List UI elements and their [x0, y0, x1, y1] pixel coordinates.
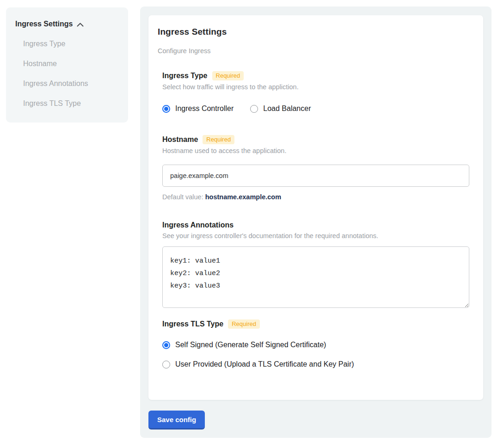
sidebar-item-hostname[interactable]: Hostname: [15, 60, 119, 68]
radio-button-ingress-controller[interactable]: [162, 105, 170, 113]
section-ingress-annotations: Ingress Annotations See your ingress con…: [162, 221, 469, 310]
hostname-input[interactable]: [162, 165, 469, 187]
save-config-button[interactable]: Save config: [148, 411, 205, 430]
radio-option-user-provided[interactable]: User Provided (Upload a TLS Certificate …: [162, 360, 469, 368]
required-badge: Required: [228, 319, 260, 329]
page-subtitle: Configure Ingress: [158, 47, 474, 55]
sidebar-item-ingress-tls-type[interactable]: Ingress TLS Type: [15, 99, 119, 108]
section-ingress-type: Ingress Type Required Select how traffic…: [162, 71, 469, 113]
radio-label-load-balancer[interactable]: Load Balancer: [263, 104, 311, 113]
required-badge: Required: [212, 71, 244, 80]
ingress-type-description: Select how traffic will ingress to the a…: [162, 83, 469, 91]
page-title: Ingress Settings: [158, 27, 474, 37]
required-badge: Required: [203, 135, 234, 144]
hostname-description: Hostname used to access the application.: [162, 147, 469, 154]
sidebar-item-ingress-type[interactable]: Ingress Type: [15, 40, 119, 48]
radio-button-load-balancer[interactable]: [250, 105, 258, 113]
sidebar-section-header-ingress-settings[interactable]: Ingress Settings: [15, 20, 119, 28]
ingress-tls-radio-group: Self Signed (Generate Self Signed Certif…: [162, 341, 469, 368]
sidebar: Ingress Settings Ingress Type Hostname I…: [6, 7, 128, 123]
hostname-label: Hostname: [162, 135, 198, 144]
radio-label-ingress-controller[interactable]: Ingress Controller: [175, 104, 234, 113]
section-hostname: Hostname Required Hostname used to acces…: [162, 135, 469, 201]
sidebar-item-ingress-annotations[interactable]: Ingress Annotations: [15, 80, 119, 88]
radio-option-self-signed[interactable]: Self Signed (Generate Self Signed Certif…: [162, 341, 469, 349]
radio-label-user-provided[interactable]: User Provided (Upload a TLS Certificate …: [175, 360, 354, 368]
ingress-annotations-label: Ingress Annotations: [162, 221, 234, 229]
section-ingress-tls-type: Ingress TLS Type Required Self Signed (G…: [162, 319, 469, 368]
chevron-up-icon: [77, 23, 84, 27]
radio-option-ingress-controller[interactable]: Ingress Controller: [162, 104, 234, 113]
radio-button-user-provided[interactable]: [162, 361, 170, 368]
ingress-settings-card: Ingress Settings Configure Ingress Ingre…: [148, 15, 483, 400]
sidebar-header-label: Ingress Settings: [15, 20, 73, 28]
settings-panel: Ingress Settings Configure Ingress Ingre…: [140, 6, 492, 438]
ingress-type-label: Ingress Type: [162, 72, 208, 80]
hostname-default-label: Default value:: [162, 193, 203, 201]
hostname-default-value: hostname.example.com: [205, 193, 281, 201]
ingress-tls-type-label: Ingress TLS Type: [162, 320, 223, 328]
ingress-annotations-description: See your ingress controller's documentat…: [162, 232, 469, 239]
radio-option-load-balancer[interactable]: Load Balancer: [250, 104, 311, 113]
ingress-type-radio-group: Ingress Controller Load Balancer: [162, 104, 469, 113]
sidebar-items: Ingress Type Hostname Ingress Annotation…: [15, 40, 119, 108]
radio-button-self-signed[interactable]: [162, 341, 170, 349]
ingress-annotations-textarea[interactable]: key1: value1 key2: value2 key3: value3: [162, 246, 469, 308]
hostname-default-line: Default value: hostname.example.com: [162, 193, 469, 201]
radio-label-self-signed[interactable]: Self Signed (Generate Self Signed Certif…: [175, 341, 326, 349]
